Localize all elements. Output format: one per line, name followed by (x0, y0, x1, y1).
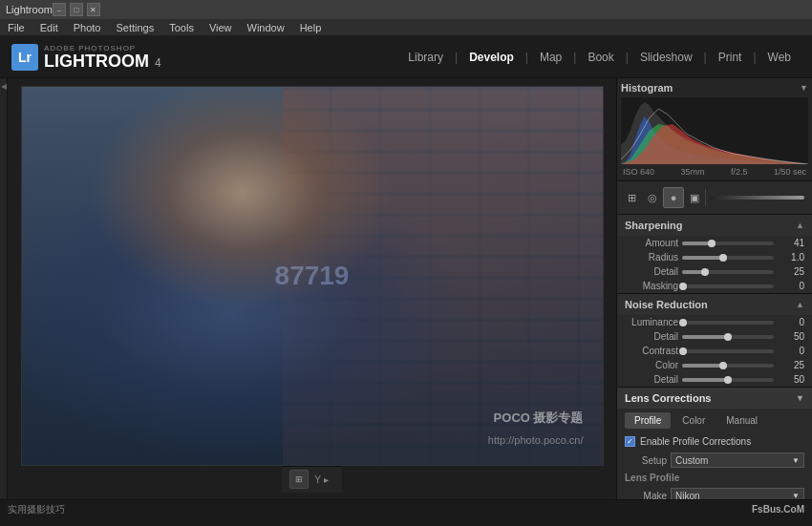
color-detail-slider[interactable] (682, 378, 774, 382)
header: Lr ADOBE PHOTOSHOP LIGHTROOM 4 Library |… (0, 36, 812, 78)
lens-corrections-header[interactable]: Lens Corrections ▼ (617, 388, 812, 409)
sharpening-title: Sharpening (625, 220, 683, 231)
lens-tab-profile[interactable]: Profile (625, 412, 671, 429)
left-panel-arrow[interactable]: ◀ (1, 82, 7, 92)
contrast-label: Contrast (625, 346, 678, 356)
bottom-toolbar: ⊞ Y ▸ (282, 466, 341, 493)
setup-row: Setup Custom ▼ (617, 451, 812, 470)
sharpening-arrow: ▲ (796, 221, 804, 230)
menubar: File Edit Photo Settings Tools View Wind… (0, 19, 812, 36)
main-area: ◀ 87719 POCO 摄影专题 http://photo.poco.cn/ … (0, 78, 812, 499)
sharpening-header[interactable]: Sharpening ▲ (617, 215, 812, 236)
nr-detail-slider[interactable] (682, 335, 774, 339)
enable-corrections-label: Enable Profile Corrections (640, 436, 751, 447)
spot-removal-tool[interactable]: ◎ (642, 187, 663, 208)
enable-corrections-checkbox[interactable]: ✓ (625, 436, 635, 447)
contrast-value: 0 (778, 346, 804, 356)
histogram-title: Histogram (621, 82, 673, 94)
nav-slideshow[interactable]: Slideshow (630, 47, 702, 68)
brand-text: FsBus.CoM (752, 504, 804, 515)
detail-slider[interactable] (682, 270, 774, 274)
radius-slider[interactable] (682, 256, 774, 260)
color-detail-label: Detail (625, 374, 678, 385)
masking-row: Masking 0 (617, 279, 812, 293)
center-panel: 87719 POCO 摄影专题 http://photo.poco.cn/ ⊞ … (8, 78, 616, 499)
menu-file[interactable]: File (6, 22, 27, 33)
maximize-button[interactable]: □ (70, 3, 83, 16)
lens-corrections-title: Lens Corrections (625, 392, 711, 404)
photo-container: 87719 POCO 摄影专题 http://photo.poco.cn/ (21, 86, 604, 466)
nav-book[interactable]: Book (578, 47, 623, 68)
menu-edit[interactable]: Edit (38, 22, 60, 33)
left-panel: ◀ (0, 78, 8, 499)
meta-iso: ISO 640 (623, 167, 654, 177)
lens-tab-manual[interactable]: Manual (716, 412, 767, 429)
meta-aperture: f/2.5 (731, 167, 748, 177)
contrast-row: Contrast 0 (617, 344, 812, 358)
nav-map[interactable]: Map (530, 47, 571, 68)
close-button[interactable]: ✕ (87, 3, 100, 16)
histogram-canvas (621, 97, 808, 164)
detail-value: 25 (778, 266, 804, 277)
nav-web[interactable]: Web (759, 47, 801, 68)
masking-label: Masking (625, 281, 678, 291)
nav-print[interactable]: Print (709, 47, 752, 68)
photo-overlay (22, 87, 603, 465)
radius-value: 1.0 (778, 252, 804, 263)
crop-tool[interactable]: ⊞ (621, 187, 642, 208)
color-row: Color 25 (617, 358, 812, 372)
minimize-button[interactable]: – (53, 3, 66, 16)
setup-label: Setup (625, 455, 667, 466)
histogram-arrow[interactable]: ▼ (800, 83, 808, 93)
setup-value[interactable]: Custom ▼ (671, 452, 804, 468)
radius-row: Radius 1.0 (617, 250, 812, 264)
detail-row: Detail 25 (617, 264, 812, 279)
menu-help[interactable]: Help (298, 22, 324, 33)
sharpening-section: Sharpening ▲ Amount 41 Radius 1.0 (617, 215, 812, 294)
nr-detail-label: Detail (625, 331, 678, 342)
menu-settings[interactable]: Settings (114, 22, 156, 33)
color-detail-value: 50 (778, 374, 804, 385)
menu-photo[interactable]: Photo (72, 22, 103, 33)
titlebar: Lightroom – □ ✕ (0, 0, 812, 19)
red-eye-tool[interactable]: ● (663, 187, 684, 208)
detail-label: Detail (625, 266, 678, 277)
color-slider[interactable] (682, 364, 774, 368)
menu-view[interactable]: View (207, 22, 234, 33)
amount-row: Amount 41 (617, 236, 812, 250)
menu-tools[interactable]: Tools (167, 22, 196, 33)
amount-label: Amount (625, 238, 678, 248)
lens-tab-color[interactable]: Color (673, 412, 715, 429)
radius-label: Radius (625, 252, 678, 263)
make-row: Make Nikon ▼ (617, 486, 812, 499)
amount-slider[interactable] (682, 242, 774, 245)
app-name: LIGHTROOM (44, 53, 149, 70)
version-label: 4 (155, 56, 161, 70)
menu-window[interactable]: Window (246, 22, 287, 33)
photo-placeholder: 87719 POCO 摄影专题 http://photo.poco.cn/ (22, 87, 603, 465)
status-text: 实用摄影技巧 (8, 503, 752, 516)
noise-reduction-header[interactable]: Noise Reduction ▲ (617, 294, 812, 315)
contrast-slider[interactable] (682, 349, 774, 353)
amount-value: 41 (778, 238, 804, 248)
status-bar: 实用摄影技巧 FsBus.CoM (0, 499, 812, 518)
graduated-filter-tool[interactable]: ▣ (684, 187, 705, 208)
zoom-icon[interactable]: ⊞ (289, 470, 309, 489)
luminance-value: 0 (778, 317, 804, 327)
make-value[interactable]: Nikon ▼ (671, 488, 804, 499)
lens-tabs: Profile Color Manual (617, 409, 812, 432)
zoom-label[interactable]: Y ▸ (314, 474, 328, 485)
titlebar-title: Lightroom (6, 4, 53, 15)
luminance-slider[interactable] (682, 321, 774, 325)
histogram-meta: ISO 640 35mm f/2.5 1/50 sec (621, 167, 808, 177)
histogram-header: Histogram ▼ (621, 82, 808, 94)
nav-develop[interactable]: Develop (459, 47, 524, 68)
color-detail-row: Detail 50 (617, 372, 812, 387)
right-panel: Histogram ▼ ISO 640 (616, 78, 812, 499)
masking-slider[interactable] (682, 284, 774, 288)
noise-reduction-title: Noise Reduction (625, 299, 708, 310)
logo-area: Lr ADOBE PHOTOSHOP LIGHTROOM 4 (11, 44, 164, 71)
histogram-svg (621, 97, 808, 164)
nav-library[interactable]: Library (398, 47, 453, 68)
tone-curve-preview[interactable] (710, 196, 804, 200)
